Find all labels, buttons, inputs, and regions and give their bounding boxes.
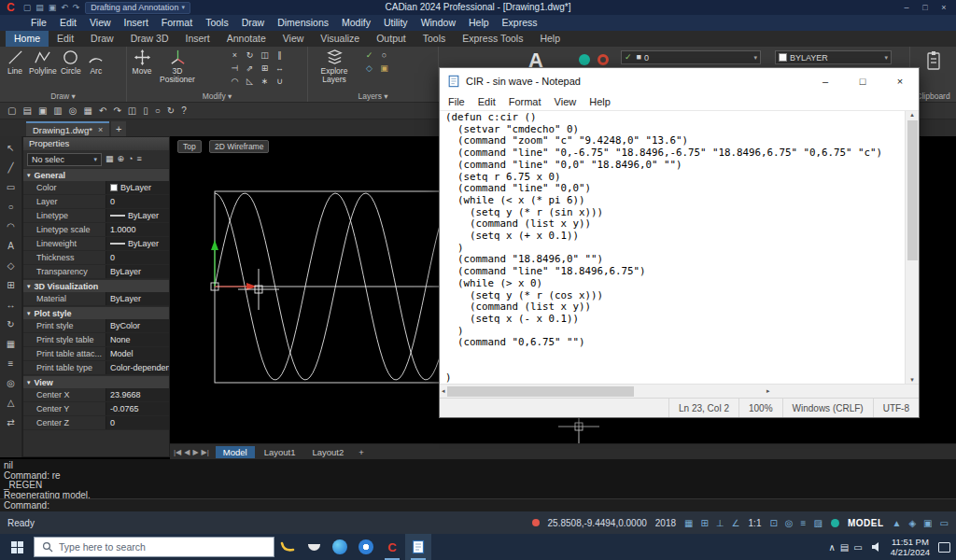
annotation-scale[interactable]: 1:1 (749, 518, 762, 528)
notepad-vertical-scrollbar[interactable]: ▴ ▾ (905, 111, 919, 384)
ribbon-tab-output[interactable]: Output (368, 31, 415, 47)
start-button[interactable] (0, 534, 34, 560)
otrack-icon[interactable]: ◎ (785, 518, 794, 528)
prop-value[interactable]: Model (105, 347, 169, 360)
menu-utility[interactable]: Utility (377, 15, 415, 31)
close-button[interactable]: × (935, 3, 952, 12)
ribbon-tab-draw-3d[interactable]: Draw 3D (122, 31, 177, 47)
menu-edit[interactable]: Edit (53, 15, 83, 31)
hatch-icon[interactable]: ▦ (4, 337, 19, 351)
command-input[interactable]: Command: (0, 498, 956, 511)
ribbon-tab-tools[interactable]: Tools (415, 31, 455, 47)
ribbon-tab-edit[interactable]: Edit (49, 31, 82, 47)
swap-icon[interactable]: ⇄ (4, 415, 19, 429)
polar-icon[interactable]: ∠ (732, 518, 740, 528)
ribbon-tab-express-tools[interactable]: Express Tools (454, 31, 531, 47)
layout-tab-model[interactable]: Model (216, 446, 255, 458)
tool-circle[interactable]: Circle (60, 49, 82, 76)
clean-screen-icon[interactable]: ▭ (940, 518, 949, 528)
prop-value[interactable]: 23.9668 (105, 388, 169, 401)
volume-icon[interactable] (871, 541, 882, 553)
snap-icon[interactable]: ▦ (684, 518, 693, 528)
prop-value[interactable]: ByColor (105, 319, 169, 332)
scroll-thumb[interactable] (907, 120, 918, 260)
ribbon-tab-draw[interactable]: Draw (82, 31, 122, 47)
scroll-thumb[interactable] (447, 386, 634, 397)
prop-value[interactable]: ByLayer (105, 292, 169, 305)
prop-value[interactable]: ByLayer (105, 237, 169, 250)
osnap-icon[interactable]: ⊡ (769, 518, 777, 528)
pick-icon[interactable]: ⊕ (118, 153, 125, 165)
arc-icon[interactable]: ◠ (4, 219, 19, 233)
print-icon[interactable]: ▥ (53, 105, 62, 116)
minimize-button[interactable]: – (898, 3, 915, 12)
notepad-horizontal-scrollbar[interactable]: ◂ ▸ (440, 384, 919, 398)
model-space-indicator[interactable]: MODEL (848, 518, 884, 528)
taskbar-app-notepad[interactable] (405, 534, 431, 560)
layer-color-icon[interactable]: ■ (637, 51, 641, 63)
prop-value[interactable]: 0 (105, 251, 169, 264)
tool-arc[interactable]: Arc (85, 49, 107, 76)
notification-center-icon[interactable] (938, 542, 950, 553)
group-label-modify[interactable]: Modify ▾ (127, 91, 307, 102)
properties-panel-title[interactable]: Properties (23, 137, 169, 150)
array-icon[interactable]: ⊞ (4, 278, 19, 292)
preview-icon[interactable]: ◎ (69, 105, 77, 116)
redo-icon[interactable]: ↷ (113, 105, 120, 116)
color-dropdown[interactable]: BYLAYER ▾ (775, 50, 892, 64)
last-tab-icon[interactable]: ▶| (202, 448, 209, 456)
ortho-icon[interactable]: ⊥ (716, 518, 724, 528)
lineweight-icon[interactable]: ≡ (801, 518, 807, 528)
notepad-menu-format[interactable]: Format (502, 93, 548, 111)
zoom-icon[interactable]: ○ (155, 105, 161, 116)
explode-icon[interactable]: ∗ (258, 76, 272, 88)
prop-value[interactable]: None (105, 333, 169, 346)
red-ring-icon[interactable] (598, 54, 609, 65)
show-hidden-icon[interactable]: ∧ (829, 542, 836, 553)
search-input[interactable] (59, 541, 246, 553)
prop-value[interactable]: 1.0000 (105, 223, 169, 236)
prop-value[interactable]: 0 (105, 195, 169, 208)
ribbon-tab-view[interactable]: View (274, 31, 313, 47)
section-general[interactable]: ▾General (23, 168, 169, 181)
grid-icon[interactable]: ⊞ (700, 518, 708, 528)
fillet-icon[interactable]: ◠ (228, 76, 242, 88)
tool-polyline[interactable]: Polyline (29, 49, 57, 76)
taskbar-app-files[interactable] (274, 534, 301, 560)
layer-visible-icon[interactable]: ✓ (625, 51, 632, 63)
prop-value[interactable]: -0.0765 (105, 402, 169, 415)
clock[interactable]: 11:51 PM 4/21/2024 (891, 537, 930, 557)
scroll-left-icon[interactable]: ◂ (442, 387, 445, 395)
copy-icon[interactable]: ◫ (128, 105, 136, 116)
select-icon[interactable]: ↖ (4, 141, 19, 155)
close-tab-icon[interactable]: × (98, 125, 103, 134)
menu-window[interactable]: Window (415, 15, 462, 31)
transparency-icon[interactable]: ▨ (813, 518, 822, 528)
prop-value[interactable]: ByLayer (105, 265, 169, 278)
save-icon[interactable]: ▣ (49, 3, 57, 12)
undo-icon[interactable]: ↶ (61, 3, 68, 12)
circle-icon[interactable]: ○ (4, 200, 19, 214)
workspace-selector[interactable]: Drafting and Annotation ▾ (85, 2, 190, 14)
workspace-icon[interactable]: ◈ (908, 518, 916, 528)
notepad-titlebar[interactable]: CIR - sin wave - Notepad – □ × (440, 68, 919, 93)
prop-value[interactable]: Color-dependen... (105, 361, 169, 374)
new-file-icon[interactable]: ▢ (23, 3, 32, 12)
doc-tab-drawing1[interactable]: Drawing1.dwg* × (26, 121, 109, 136)
layer-freeze-icon[interactable]: ◇ (362, 63, 376, 75)
open-icon[interactable]: ▤ (22, 105, 31, 116)
list-icon[interactable]: ≡ (4, 357, 19, 371)
menu-insert[interactable]: Insert (118, 15, 155, 31)
menu-format[interactable]: Format (155, 15, 199, 31)
tool-move[interactable]: Move (131, 49, 153, 76)
taskbar-app-cadian[interactable]: C (379, 534, 405, 560)
text-icon[interactable]: A (4, 239, 19, 253)
taskbar-app-browser[interactable] (353, 534, 379, 560)
lock-ui-icon[interactable]: ▣ (923, 518, 932, 528)
tool-3d-positioner[interactable]: 3D Positioner (156, 49, 199, 84)
scroll-right-icon[interactable]: ▸ (766, 387, 770, 395)
layer-dropdown[interactable]: ✓■ 0 ▾ (621, 50, 761, 64)
polygon-icon[interactable]: ◇ (4, 259, 19, 273)
tool-explore-layers[interactable]: Explore Layers (312, 49, 357, 84)
measure-icon[interactable]: △ (4, 396, 19, 410)
